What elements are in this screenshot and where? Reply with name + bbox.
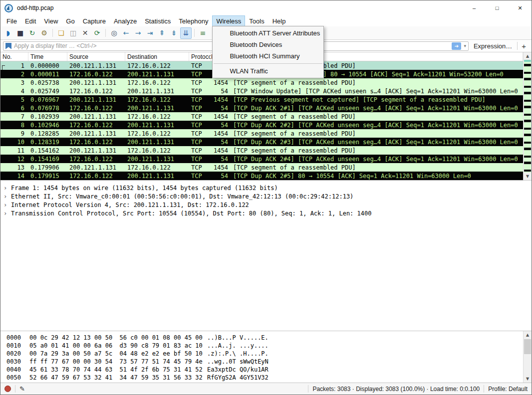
- expand-chevron-icon[interactable]: ›: [3, 210, 11, 217]
- window-controls: – □ ✕: [463, 0, 532, 15]
- hex-scrollbar[interactable]: ▲ ▼: [523, 331, 532, 383]
- open-file-icon[interactable]: ❏: [55, 27, 67, 39]
- packet-row[interactable]: 7 0.102939 200.121.1.131 172.16.0.122 TC…: [0, 112, 523, 121]
- packet-length: 54: [211, 156, 231, 163]
- column-header-source[interactable]: Source: [67, 52, 125, 61]
- menu-view[interactable]: View: [40, 15, 62, 26]
- packet-info: [TCP segment of a reassembled PDU]: [231, 164, 523, 171]
- add-filter-button[interactable]: +: [521, 42, 529, 50]
- filter-bookmark-icon[interactable]: [5, 43, 11, 49]
- column-header-destination[interactable]: Destination: [125, 52, 189, 61]
- hex-scroll-thumb[interactable]: [524, 339, 531, 354]
- save-file-icon[interactable]: ◫: [67, 27, 79, 39]
- expert-info-icon[interactable]: [4, 386, 11, 392]
- reload-file-icon[interactable]: ⟳: [91, 27, 103, 39]
- detail-row[interactable]: › Transmission Control Protocol, Src Por…: [0, 209, 532, 217]
- filter-dropdown-icon[interactable]: ▾: [464, 43, 466, 48]
- packet-info: [TCP Dup ACK 2#4] [TCP ACKed unseen seg……: [231, 156, 523, 163]
- hex-scroll-up-icon[interactable]: ▲: [524, 331, 532, 339]
- go-first-packet-icon[interactable]: ⇞: [156, 27, 168, 39]
- expand-chevron-icon[interactable]: ›: [3, 201, 11, 208]
- close-button[interactable]: ✕: [509, 0, 532, 15]
- packet-time: 0.076978: [28, 105, 67, 112]
- menu-analyze[interactable]: Analyze: [110, 15, 141, 26]
- maximize-button[interactable]: □: [486, 0, 509, 15]
- capture-options-icon[interactable]: ⚙: [38, 27, 50, 39]
- minimize-button[interactable]: –: [463, 0, 486, 15]
- packet-row[interactable]: 10 0.128319 172.16.0.122 200.121.1.131 T…: [0, 138, 523, 146]
- packet-row[interactable]: 8 0.102946 172.16.0.122 200.121.1.131 TC…: [0, 121, 523, 129]
- profile-text[interactable]: Profile: Default: [488, 386, 528, 393]
- menu-help[interactable]: Help: [268, 15, 290, 26]
- packet-row[interactable]: 3 0.025738 200.121.1.131 172.16.0.122 TC…: [0, 78, 523, 87]
- wireshark-logo-icon: [4, 4, 13, 12]
- packet-row[interactable]: 11 0.154162 200.121.1.131 172.16.0.122 T…: [0, 146, 523, 155]
- expression-button[interactable]: Expression…: [472, 42, 514, 50]
- menu-telephony[interactable]: Telephony: [175, 15, 212, 26]
- apply-filter-icon[interactable]: ➔: [452, 42, 461, 50]
- packet-row[interactable]: 12 0.154169 172.16.0.122 200.121.1.131 T…: [0, 155, 523, 163]
- menu-capture[interactable]: Capture: [79, 15, 110, 26]
- detail-row[interactable]: › Internet Protocol Version 4, Src: 200.…: [0, 200, 532, 209]
- expand-chevron-icon[interactable]: ›: [3, 185, 11, 192]
- detail-row[interactable]: › Frame 1: 1454 bytes on wire (11632 bit…: [0, 184, 532, 192]
- stop-capture-icon[interactable]: ■: [14, 27, 26, 39]
- start-capture-icon[interactable]: ◗: [2, 27, 14, 39]
- colorize-packets-icon[interactable]: ≡: [197, 27, 209, 39]
- go-back-icon[interactable]: ←: [120, 27, 132, 39]
- auto-scroll-icon[interactable]: ⇊: [180, 27, 192, 39]
- intelligent-scrollbar-map[interactable]: [524, 60, 531, 173]
- hex-ascii: ..wg..0T sWwQtEyN: [207, 358, 268, 365]
- packet-destination: 200.121.1.131: [125, 122, 189, 129]
- menu-statistics[interactable]: Statistics: [141, 15, 175, 26]
- column-header-no[interactable]: No.: [0, 52, 28, 61]
- hex-row[interactable]: 0010 05 a0 01 41 00 00 6a 06 d3 90 c8 79…: [0, 342, 532, 350]
- menu-item-bluetooth-att-server-attributes[interactable]: Bluetooth ATT Server Attributes: [213, 27, 323, 39]
- menu-item-wlan-traffic[interactable]: WLAN Traffic: [213, 65, 323, 77]
- hex-row[interactable]: 0040 45 61 33 78 70 74 44 63 51 4f 2f 6b…: [0, 366, 532, 374]
- packet-row[interactable]: 4 0.025749 172.16.0.122 200.121.1.131 TC…: [0, 87, 523, 95]
- hex-scroll-down-icon[interactable]: ▼: [524, 375, 532, 383]
- status-bar: ✎ Packets: 3083 · Displayed: 3083 (100.0…: [0, 383, 532, 395]
- packet-protocol: TCP: [189, 130, 211, 137]
- packet-destination: 172.16.0.122: [125, 164, 189, 171]
- menu-edit[interactable]: Edit: [21, 15, 40, 26]
- menu-wireless[interactable]: Wireless Bluetooth ATT Server Attributes…: [212, 15, 245, 26]
- scroll-down-icon[interactable]: ▼: [524, 173, 532, 180]
- packet-row[interactable]: 5 0.076967 200.121.1.131 172.16.0.122 TC…: [0, 95, 523, 104]
- packet-row[interactable]: 9 0.128285 200.121.1.131 172.16.0.122 TC…: [0, 129, 523, 138]
- packet-source: 172.16.0.122: [67, 156, 125, 163]
- hex-row[interactable]: 0030 ff ff 77 67 00 00 30 54 73 57 77 51…: [0, 358, 532, 366]
- menu-go[interactable]: Go: [62, 15, 78, 26]
- packet-length: 1454: [211, 96, 231, 103]
- scroll-up-icon[interactable]: ▲: [524, 52, 532, 60]
- menu-file[interactable]: File: [2, 15, 21, 26]
- column-header-time[interactable]: Time: [28, 52, 67, 61]
- column-header-protocol[interactable]: Protocol: [189, 52, 211, 61]
- toolbar-glyph: ⚙: [41, 29, 47, 36]
- find-packet-icon[interactable]: ◎: [108, 27, 120, 39]
- packet-row[interactable]: 14 0.179915 172.16.0.122 200.121.1.131 T…: [0, 172, 523, 180]
- packet-info: [TCP Dup ACK 2#2] [TCP ACKed unseen seg……: [231, 122, 523, 129]
- hex-row[interactable]: 0000 00 0c 29 42 12 13 00 50 56 c0 00 01…: [0, 334, 532, 342]
- go-forward-icon[interactable]: →: [132, 27, 144, 39]
- packet-source: 172.16.0.122: [67, 122, 125, 129]
- hex-row[interactable]: 0050 52 66 47 59 67 53 32 41 34 47 59 35…: [0, 374, 532, 382]
- packet-list-scrollbar[interactable]: ▲ ▼: [523, 52, 532, 180]
- annotate-pencil-icon[interactable]: ✎: [19, 385, 25, 393]
- go-last-packet-icon[interactable]: ⇟: [168, 27, 180, 39]
- menu-item-bluetooth-hci-summary[interactable]: Bluetooth HCI Summary: [213, 50, 323, 62]
- menu-item-bluetooth-devices[interactable]: Bluetooth Devices: [213, 39, 323, 50]
- menu-tools[interactable]: Tools: [245, 15, 268, 26]
- go-to-packet-icon[interactable]: ⇥: [144, 27, 156, 39]
- hex-row[interactable]: 0020 00 7a 29 3a 00 50 a7 5c 04 48 e2 e2…: [0, 350, 532, 358]
- packet-row[interactable]: 6 0.076978 172.16.0.122 200.121.1.131 TC…: [0, 104, 523, 112]
- expand-chevron-icon[interactable]: ›: [3, 193, 11, 200]
- packet-protocol: TCP: [189, 88, 211, 95]
- packet-row[interactable]: 13 0.179906 200.121.1.131 172.16.0.122 T…: [0, 163, 523, 172]
- detail-text: Transmission Control Protocol, Src Port:…: [11, 210, 371, 217]
- detail-row[interactable]: › Ethernet II, Src: Vmware_c0:00:01 (00:…: [0, 192, 532, 200]
- restart-capture-icon[interactable]: ↻: [26, 27, 38, 39]
- packet-length: 1454: [211, 130, 231, 137]
- close-file-icon[interactable]: ✕: [79, 27, 91, 39]
